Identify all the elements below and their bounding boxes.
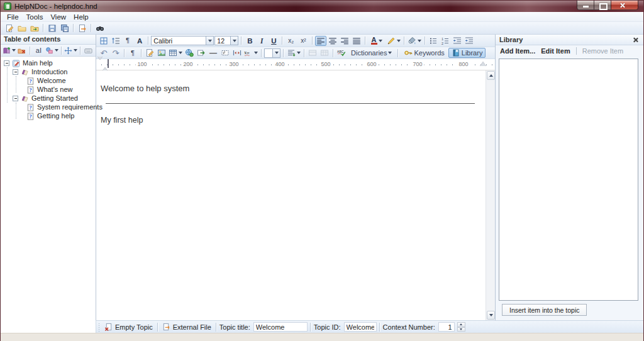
subscript-button[interactable]: x₂	[285, 36, 297, 46]
paragraph-style-button[interactable]	[286, 48, 301, 58]
dropdown-arrow-icon[interactable]	[418, 40, 421, 42]
combo-arrow-icon[interactable]	[272, 49, 280, 57]
insert-image-button[interactable]	[156, 48, 167, 58]
highlight-button[interactable]	[386, 36, 401, 46]
fill-color-button[interactable]	[407, 36, 422, 46]
align-center-button[interactable]	[327, 36, 338, 46]
left-indent-marker[interactable]	[97, 60, 103, 70]
tree-item-getting-started[interactable]: Getting Started	[1, 94, 96, 103]
maximize-button[interactable]	[594, 1, 611, 10]
increase-indent-button[interactable]	[464, 36, 475, 46]
font-size-combo[interactable]: 12	[214, 36, 238, 45]
collapse-icon[interactable]	[13, 96, 18, 101]
show-formatting-button[interactable]: ¶	[127, 48, 138, 58]
dropdown-arrow-icon[interactable]	[179, 52, 182, 54]
decrease-indent-button[interactable]	[452, 36, 463, 46]
paragraph-marks-button[interactable]: ¶	[122, 36, 133, 46]
topic-editor[interactable]: Welcome to help system My first help	[96, 70, 486, 320]
library-button[interactable]: Library	[448, 48, 486, 58]
menu-tools[interactable]: Tools	[26, 13, 43, 21]
dropdown-arrow-icon[interactable]	[297, 52, 301, 54]
toolbar-grip[interactable]	[98, 323, 100, 332]
tree-item-system-requirements[interactable]: ? System requirements	[1, 103, 96, 111]
insert-anchor-button[interactable]	[196, 48, 207, 58]
tree-item-welcome[interactable]: ? Welcome	[1, 76, 96, 85]
table-cell-button[interactable]	[319, 48, 330, 58]
topic-title-input[interactable]	[253, 322, 308, 332]
add-topic-button[interactable]	[3, 45, 16, 55]
italic-button[interactable]: I	[256, 36, 267, 46]
insert-symbol-button[interactable]: ¥æ	[243, 48, 258, 58]
new-project-button[interactable]	[3, 23, 15, 33]
edit-item-button[interactable]: Edit Item	[541, 47, 570, 55]
context-number-stepper[interactable]	[457, 322, 465, 332]
delete-topic-button[interactable]	[16, 45, 27, 55]
spin-up-button[interactable]	[457, 322, 465, 327]
dropdown-arrow-icon[interactable]	[379, 40, 382, 42]
move-topic-button[interactable]	[64, 45, 77, 55]
align-right-button[interactable]	[339, 36, 350, 46]
library-item-list[interactable]	[499, 59, 638, 301]
line-spacing-button[interactable]	[110, 36, 121, 46]
toc-keyboard-button[interactable]	[83, 45, 94, 55]
fit-width-button[interactable]	[231, 48, 243, 58]
save-all-button[interactable]	[58, 23, 70, 33]
scroll-down-button[interactable]	[487, 311, 495, 320]
editor-scrollbar[interactable]	[486, 70, 495, 320]
external-file-button[interactable]: External File	[160, 322, 213, 332]
tree-item-main-help[interactable]: Main help	[1, 59, 96, 67]
scroll-up-button[interactable]	[487, 71, 495, 80]
menu-file[interactable]: File	[7, 13, 19, 21]
insert-edit-button[interactable]	[144, 48, 155, 58]
add-item-button[interactable]: Add Item...	[500, 47, 535, 55]
empty-topic-button[interactable]: Empty Topic	[103, 322, 155, 332]
save-button[interactable]	[46, 23, 58, 33]
context-number-input[interactable]	[438, 322, 455, 332]
insert-hline-button[interactable]: —	[208, 48, 219, 58]
show-table-grid-button[interactable]	[98, 36, 109, 46]
spellcheck-button[interactable]: ABC	[336, 48, 347, 58]
close-button[interactable]	[611, 1, 638, 10]
app-icon[interactable]	[4, 3, 11, 10]
tree-item-whats-new[interactable]: ? What's new	[1, 85, 96, 94]
combo-arrow-icon[interactable]	[230, 36, 238, 45]
scrollbar-track[interactable]	[486, 81, 495, 310]
collapse-icon[interactable]	[4, 60, 9, 66]
remove-item-button[interactable]: Remove Item	[582, 47, 623, 55]
spin-down-button[interactable]	[457, 327, 465, 332]
close-panel-icon[interactable]	[632, 36, 640, 43]
align-justify-button[interactable]	[351, 36, 362, 46]
font-name-combo[interactable]: Calibri	[151, 36, 214, 45]
insert-field-button[interactable]	[219, 48, 231, 58]
menu-view[interactable]: View	[50, 13, 66, 21]
insert-item-button[interactable]: Insert item into the topic	[502, 304, 587, 316]
insert-link-button[interactable]	[184, 48, 195, 58]
combo-arrow-icon[interactable]	[206, 36, 213, 45]
bullet-list-button[interactable]	[428, 36, 439, 46]
bold-button[interactable]: B	[244, 36, 255, 46]
font-color-button[interactable]: A	[368, 36, 386, 46]
menu-help[interactable]: Help	[74, 13, 89, 21]
collapse-icon[interactable]	[13, 69, 18, 75]
underline-button[interactable]: U	[268, 36, 279, 46]
table-row-button[interactable]	[307, 48, 318, 58]
dictionaries-button[interactable]: Dictionaries	[348, 48, 395, 58]
style-combo[interactable]	[264, 48, 280, 58]
keywords-button[interactable]: Keywords	[401, 48, 447, 58]
right-indent-marker[interactable]	[480, 62, 486, 66]
open-recent-button[interactable]	[28, 23, 40, 33]
insert-table-button[interactable]	[168, 48, 183, 58]
topic-properties-button[interactable]	[45, 45, 58, 55]
open-project-button[interactable]	[16, 23, 28, 33]
publish-button[interactable]	[76, 23, 88, 33]
rename-topic-button[interactable]: aI	[33, 45, 44, 55]
numbered-list-button[interactable]: 12	[440, 36, 451, 46]
superscript-button[interactable]: x²	[297, 36, 309, 46]
font-dialog-button[interactable]: A	[134, 36, 145, 46]
find-button[interactable]	[94, 23, 106, 33]
tree-item-introduction[interactable]: Introduction	[1, 67, 96, 76]
tree-item-getting-help[interactable]: ? Getting help	[1, 111, 96, 120]
redo-button[interactable]: ↷	[110, 48, 121, 58]
minimize-button[interactable]	[577, 1, 594, 10]
topic-id-input[interactable]	[344, 322, 377, 332]
